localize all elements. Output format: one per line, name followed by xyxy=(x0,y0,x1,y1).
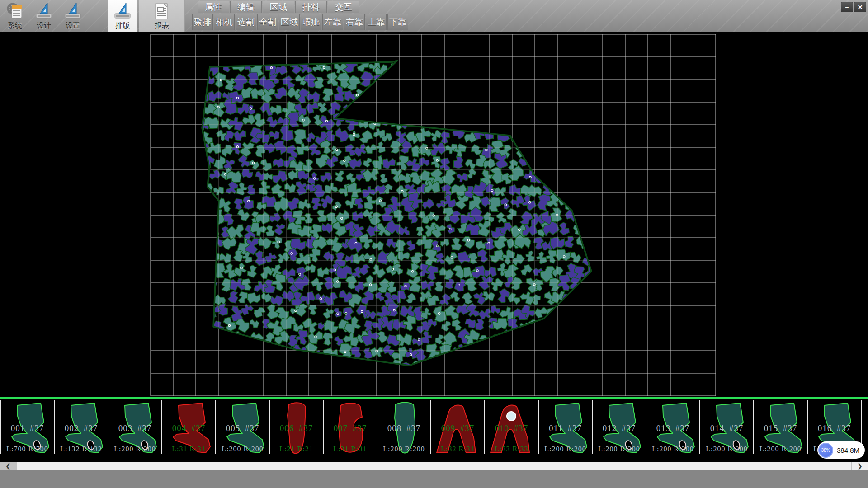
piece-lr-count: L:21 R:21 xyxy=(270,445,323,453)
piece-thumbnail[interactable]: 014_#37 L:200 R:200 xyxy=(699,400,753,454)
scroll-left-arrow-icon[interactable]: ❮ xyxy=(0,462,16,470)
minimize-button[interactable]: – xyxy=(841,2,853,12)
piece-thumbnail[interactable]: 009_#37 L:32 R:31 xyxy=(430,400,484,454)
piece-id-label: 003_#37 xyxy=(108,423,161,433)
piece-lr-count: L:200 R:200 xyxy=(700,445,753,453)
piece-thumbnail[interactable]: 005_#37 L:200 R:200 xyxy=(215,400,269,454)
memory-usage-value: 384.8M xyxy=(837,446,859,454)
menu-item[interactable]: 交互 xyxy=(328,1,359,13)
tool-button[interactable]: 区域 xyxy=(279,14,300,30)
piece-thumbnail[interactable]: 011_#37 L:200 R:200 xyxy=(538,400,592,454)
ribbon-button-label: 排版 xyxy=(115,21,130,30)
nesting-icon xyxy=(113,1,132,21)
piece-lr-count: L:132 R:132 xyxy=(55,445,108,453)
design-icon xyxy=(34,1,54,21)
piece-lr-count: L:200 R:200 xyxy=(377,445,430,453)
piece-thumbnail[interactable]: 013_#37 L:200 R:200 xyxy=(646,400,699,454)
piece-id-label: 013_#37 xyxy=(646,423,699,433)
piece-thumbnail-strip: 001_#37 L:700 R:700 002_#37 L:132 R:132 … xyxy=(0,397,868,462)
piece-thumbnail[interactable]: 002_#37 L:132 R:132 xyxy=(54,400,108,454)
tool-button[interactable]: 右靠 xyxy=(344,14,365,30)
tool-button[interactable]: 瑕疵 xyxy=(301,14,321,30)
strip-top-line xyxy=(0,397,868,399)
piece-thumbnail-cells: 001_#37 L:700 R:700 002_#37 L:132 R:132 … xyxy=(0,400,868,454)
piece-id-label: 010_#37 xyxy=(485,423,538,433)
ribbon-button-label: 报表 xyxy=(155,21,169,30)
piece-id-label: 006_#37 xyxy=(270,423,323,433)
ribbon-button-design[interactable]: 设计 xyxy=(30,0,58,32)
piece-id-label: 005_#37 xyxy=(216,423,269,433)
piece-id-label: 009_#37 xyxy=(431,423,484,433)
horizontal-scrollbar[interactable]: ❮ ❯ xyxy=(0,462,868,470)
piece-lr-count: L:31 R:31 xyxy=(162,445,215,453)
piece-id-label: 008_#37 xyxy=(377,423,430,433)
menu-row: 属性编辑区域排料交互 xyxy=(198,1,359,13)
close-button[interactable]: ✕ xyxy=(854,2,866,12)
menu-item[interactable]: 编辑 xyxy=(230,1,262,13)
menu-item[interactable]: 排料 xyxy=(295,1,327,13)
menu-item[interactable]: 属性 xyxy=(198,1,229,13)
piece-thumbnail[interactable]: 004_#37 L:31 R:31 xyxy=(161,400,215,454)
scroll-right-arrow-icon[interactable]: ❯ xyxy=(852,462,868,470)
piece-thumbnail[interactable]: 007_#37 L:31 R:31 xyxy=(323,400,377,454)
menu-item[interactable]: 区域 xyxy=(263,1,294,13)
ribbon-button-system[interactable]: 系统 xyxy=(1,0,29,32)
tool-button[interactable]: 选割 xyxy=(236,14,256,30)
piece-id-label: 014_#37 xyxy=(700,423,753,433)
piece-thumbnail[interactable]: 010_#37 L:33 R:33 xyxy=(484,400,538,454)
tool-row: 聚排相机选割全割区域瑕疵左靠右靠上靠下靠 xyxy=(192,14,408,30)
ribbon-button-label: 系统 xyxy=(8,21,22,30)
piece-lr-count: L:32 R:31 xyxy=(431,445,484,453)
tool-button[interactable]: 上靠 xyxy=(366,14,387,30)
scrollbar-thumb[interactable] xyxy=(17,462,851,470)
piece-thumbnail[interactable]: 012_#37 L:200 R:200 xyxy=(592,400,646,454)
ribbon-toolbar: 系统 设计 设置 排版 报表 属性编辑区域排料交互 聚排相机选割全割区域瑕疵左靠… xyxy=(0,0,868,32)
ribbon-button-label: 设计 xyxy=(37,21,51,30)
ribbon-button-report[interactable]: 报表 xyxy=(139,0,185,32)
application-window: 系统 设计 设置 排版 报表 属性编辑区域排料交互 聚排相机选割全割区域瑕疵左靠… xyxy=(0,0,868,488)
ribbon-button-settings[interactable]: 设置 xyxy=(59,0,87,32)
piece-id-label: 001_#37 xyxy=(1,423,54,433)
piece-thumbnail[interactable]: 015_#37 L:200 R:200 xyxy=(753,400,807,454)
piece-thumbnail[interactable]: 003_#37 L:200 R:200 xyxy=(108,400,161,454)
nesting-canvas[interactable] xyxy=(0,32,868,397)
tool-button[interactable]: 聚排 xyxy=(192,14,213,30)
ribbon-button-nesting[interactable]: 排版 xyxy=(108,0,137,32)
piece-id-label: 012_#37 xyxy=(593,423,646,433)
nesting-canvas-svg xyxy=(0,32,868,397)
bottom-status-bar xyxy=(0,470,868,488)
progress-percent-badge: 38% xyxy=(818,443,833,458)
piece-thumbnail[interactable]: 008_#37 L:200 R:200 xyxy=(377,400,430,454)
report-icon xyxy=(152,1,172,21)
piece-lr-count: L:200 R:200 xyxy=(754,445,807,453)
memory-status-badge[interactable]: 38% 384.8M xyxy=(817,441,865,459)
piece-lr-count: L:31 R:31 xyxy=(324,445,377,453)
piece-lr-count: L:200 R:200 xyxy=(216,445,269,453)
system-icon xyxy=(5,1,25,21)
tool-button[interactable]: 相机 xyxy=(214,14,235,30)
piece-id-label: 016_#37 xyxy=(808,423,861,433)
piece-id-label: 004_#37 xyxy=(162,423,215,433)
ribbon-button-label: 设置 xyxy=(66,21,80,30)
tool-button[interactable]: 下靠 xyxy=(387,14,408,30)
piece-lr-count: L:200 R:200 xyxy=(593,445,646,453)
piece-lr-count: L:33 R:33 xyxy=(485,445,538,453)
piece-lr-count: L:700 R:700 xyxy=(1,445,54,453)
piece-id-label: 011_#37 xyxy=(539,423,592,433)
piece-lr-count: L:200 R:200 xyxy=(108,445,161,453)
tool-button[interactable]: 左靠 xyxy=(322,14,343,30)
piece-id-label: 015_#37 xyxy=(754,423,807,433)
settings-icon xyxy=(63,1,83,21)
piece-thumbnail[interactable]: 001_#37 L:700 R:700 xyxy=(0,400,54,454)
piece-id-label: 002_#37 xyxy=(55,423,108,433)
tool-button[interactable]: 全割 xyxy=(257,14,278,30)
piece-thumbnail[interactable]: 006_#37 L:21 R:21 xyxy=(269,400,323,454)
piece-lr-count: L:200 R:200 xyxy=(539,445,592,453)
piece-lr-count: L:200 R:200 xyxy=(646,445,699,453)
piece-id-label: 007_#37 xyxy=(324,423,377,433)
